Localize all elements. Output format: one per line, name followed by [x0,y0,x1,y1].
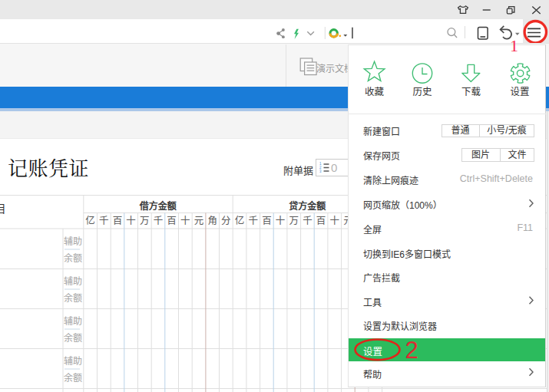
svg-text:1: 1 [510,36,518,55]
svg-text:2: 2 [405,337,418,364]
